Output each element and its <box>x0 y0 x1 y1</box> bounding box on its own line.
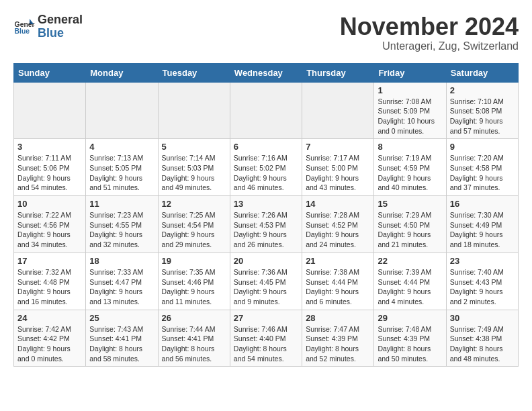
day-info: Sunrise: 7:49 AMSunset: 4:38 PMDaylight:… <box>450 324 515 364</box>
day-cell <box>86 82 158 139</box>
day-number: 18 <box>89 256 154 266</box>
day-info: Sunrise: 7:10 AMSunset: 5:08 PMDaylight:… <box>450 97 515 136</box>
day-number: 7 <box>306 142 370 152</box>
day-number: 14 <box>306 199 370 209</box>
day-number: 23 <box>450 256 515 266</box>
day-number: 6 <box>234 142 298 152</box>
header-day-wednesday: Wednesday <box>230 63 302 82</box>
day-cell: 16Sunrise: 7:30 AMSunset: 4:49 PMDayligh… <box>446 196 518 253</box>
day-cell: 23Sunrise: 7:40 AMSunset: 4:43 PMDayligh… <box>446 253 518 310</box>
day-number: 26 <box>162 313 226 323</box>
day-cell: 12Sunrise: 7:25 AMSunset: 4:54 PMDayligh… <box>158 196 230 253</box>
day-info: Sunrise: 7:16 AMSunset: 5:02 PMDaylight:… <box>234 153 298 193</box>
day-info: Sunrise: 7:25 AMSunset: 4:54 PMDaylight:… <box>162 210 226 250</box>
day-info: Sunrise: 7:33 AMSunset: 4:47 PMDaylight:… <box>89 267 154 307</box>
day-info: Sunrise: 7:39 AMSunset: 4:44 PMDaylight:… <box>378 267 442 307</box>
day-cell: 29Sunrise: 7:48 AMSunset: 4:39 PMDayligh… <box>374 310 446 367</box>
day-info: Sunrise: 7:26 AMSunset: 4:53 PMDaylight:… <box>234 210 298 250</box>
day-number: 10 <box>17 199 82 209</box>
day-info: Sunrise: 7:22 AMSunset: 4:56 PMDaylight:… <box>17 210 82 250</box>
header-day-saturday: Saturday <box>446 63 518 82</box>
day-number: 4 <box>89 142 154 152</box>
day-cell: 26Sunrise: 7:44 AMSunset: 4:41 PMDayligh… <box>158 310 230 367</box>
day-cell: 14Sunrise: 7:28 AMSunset: 4:52 PMDayligh… <box>302 196 374 253</box>
day-number: 16 <box>450 199 515 209</box>
day-info: Sunrise: 7:19 AMSunset: 4:59 PMDaylight:… <box>378 153 442 193</box>
day-info: Sunrise: 7:42 AMSunset: 4:42 PMDaylight:… <box>17 324 82 364</box>
header-row: SundayMondayTuesdayWednesdayThursdayFrid… <box>14 63 519 82</box>
header-day-friday: Friday <box>374 63 446 82</box>
day-info: Sunrise: 7:35 AMSunset: 4:46 PMDaylight:… <box>162 267 226 307</box>
title-area: November 2024 Unterageri, Zug, Switzerla… <box>340 13 519 52</box>
svg-text:Blue: Blue <box>15 28 30 35</box>
logo: General Blue General Blue <box>13 13 83 40</box>
day-number: 21 <box>306 256 370 266</box>
day-cell <box>230 82 302 139</box>
day-number: 3 <box>17 142 82 152</box>
day-info: Sunrise: 7:38 AMSunset: 4:44 PMDaylight:… <box>306 267 370 307</box>
header-day-sunday: Sunday <box>14 63 86 82</box>
day-cell: 4Sunrise: 7:13 AMSunset: 5:05 PMDaylight… <box>86 139 158 196</box>
day-number: 19 <box>162 256 226 266</box>
day-cell: 28Sunrise: 7:47 AMSunset: 4:39 PMDayligh… <box>302 310 374 367</box>
day-cell: 2Sunrise: 7:10 AMSunset: 5:08 PMDaylight… <box>446 82 518 139</box>
day-cell: 17Sunrise: 7:32 AMSunset: 4:48 PMDayligh… <box>14 253 86 310</box>
header-day-thursday: Thursday <box>302 63 374 82</box>
day-cell: 22Sunrise: 7:39 AMSunset: 4:44 PMDayligh… <box>374 253 446 310</box>
header: General Blue General Blue November 2024 … <box>13 13 519 52</box>
location-subtitle: Unterageri, Zug, Switzerland <box>340 40 519 52</box>
day-cell: 3Sunrise: 7:11 AMSunset: 5:06 PMDaylight… <box>14 139 86 196</box>
logo-general: General <box>38 13 83 27</box>
day-info: Sunrise: 7:47 AMSunset: 4:39 PMDaylight:… <box>306 324 370 364</box>
day-number: 29 <box>378 313 442 323</box>
day-number: 13 <box>234 199 298 209</box>
day-number: 17 <box>17 256 82 266</box>
day-info: Sunrise: 7:48 AMSunset: 4:39 PMDaylight:… <box>378 324 442 364</box>
day-cell <box>14 82 86 139</box>
day-cell: 9Sunrise: 7:20 AMSunset: 4:58 PMDaylight… <box>446 139 518 196</box>
day-number: 11 <box>89 199 154 209</box>
day-cell: 7Sunrise: 7:17 AMSunset: 5:00 PMDaylight… <box>302 139 374 196</box>
day-cell: 24Sunrise: 7:42 AMSunset: 4:42 PMDayligh… <box>14 310 86 367</box>
day-cell: 6Sunrise: 7:16 AMSunset: 5:02 PMDaylight… <box>230 139 302 196</box>
day-info: Sunrise: 7:30 AMSunset: 4:49 PMDaylight:… <box>450 210 515 250</box>
day-number: 15 <box>378 199 442 209</box>
day-cell: 15Sunrise: 7:29 AMSunset: 4:50 PMDayligh… <box>374 196 446 253</box>
day-info: Sunrise: 7:36 AMSunset: 4:45 PMDaylight:… <box>234 267 298 307</box>
day-number: 12 <box>162 199 226 209</box>
day-number: 30 <box>450 313 515 323</box>
day-info: Sunrise: 7:32 AMSunset: 4:48 PMDaylight:… <box>17 267 82 307</box>
day-cell: 30Sunrise: 7:49 AMSunset: 4:38 PMDayligh… <box>446 310 518 367</box>
day-info: Sunrise: 7:28 AMSunset: 4:52 PMDaylight:… <box>306 210 370 250</box>
week-row-4: 17Sunrise: 7:32 AMSunset: 4:48 PMDayligh… <box>14 253 519 310</box>
day-number: 24 <box>17 313 82 323</box>
day-number: 28 <box>306 313 370 323</box>
header-day-tuesday: Tuesday <box>158 63 230 82</box>
day-number: 5 <box>162 142 226 152</box>
calendar-body: 1Sunrise: 7:08 AMSunset: 5:09 PMDaylight… <box>14 82 519 367</box>
day-info: Sunrise: 7:43 AMSunset: 4:41 PMDaylight:… <box>89 324 154 364</box>
day-number: 20 <box>234 256 298 266</box>
day-cell: 27Sunrise: 7:46 AMSunset: 4:40 PMDayligh… <box>230 310 302 367</box>
calendar-table: SundayMondayTuesdayWednesdayThursdayFrid… <box>13 63 519 367</box>
day-info: Sunrise: 7:11 AMSunset: 5:06 PMDaylight:… <box>17 153 82 193</box>
day-number: 1 <box>378 85 442 95</box>
week-row-5: 24Sunrise: 7:42 AMSunset: 4:42 PMDayligh… <box>14 310 519 367</box>
day-info: Sunrise: 7:17 AMSunset: 5:00 PMDaylight:… <box>306 153 370 193</box>
day-info: Sunrise: 7:40 AMSunset: 4:43 PMDaylight:… <box>450 267 515 307</box>
day-number: 9 <box>450 142 515 152</box>
day-number: 27 <box>234 313 298 323</box>
logo-icon: General Blue <box>13 16 35 38</box>
day-cell: 19Sunrise: 7:35 AMSunset: 4:46 PMDayligh… <box>158 253 230 310</box>
week-row-3: 10Sunrise: 7:22 AMSunset: 4:56 PMDayligh… <box>14 196 519 253</box>
day-cell: 18Sunrise: 7:33 AMSunset: 4:47 PMDayligh… <box>86 253 158 310</box>
calendar-header: SundayMondayTuesdayWednesdayThursdayFrid… <box>14 63 519 82</box>
day-number: 2 <box>450 85 515 95</box>
week-row-1: 1Sunrise: 7:08 AMSunset: 5:09 PMDaylight… <box>14 82 519 139</box>
logo-blue: Blue <box>38 27 83 40</box>
week-row-2: 3Sunrise: 7:11 AMSunset: 5:06 PMDaylight… <box>14 139 519 196</box>
day-info: Sunrise: 7:13 AMSunset: 5:05 PMDaylight:… <box>89 153 154 193</box>
day-cell: 13Sunrise: 7:26 AMSunset: 4:53 PMDayligh… <box>230 196 302 253</box>
day-cell: 25Sunrise: 7:43 AMSunset: 4:41 PMDayligh… <box>86 310 158 367</box>
header-day-monday: Monday <box>86 63 158 82</box>
